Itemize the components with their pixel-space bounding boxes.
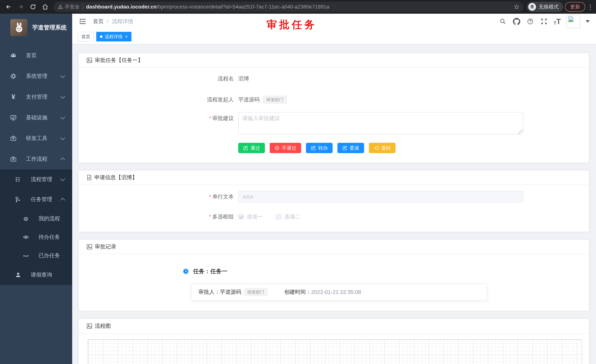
checkbox-label: 选项二 (284, 213, 300, 220)
sidebar-item-workflow[interactable]: 工作流程 (0, 149, 72, 169)
tab-label: 首页 (82, 34, 90, 40)
toolbox-icon (9, 156, 17, 163)
avatar-caret-icon[interactable] (586, 20, 590, 23)
card-title: 审批记录 (95, 243, 116, 250)
initiator-value: 芋道源码 研发部门 (238, 96, 287, 104)
header-actions: TT (499, 15, 590, 28)
timeline-item: 任务：任务一 (183, 268, 589, 275)
card-header: 流程图 (79, 319, 589, 334)
card-header: 审批记录 (79, 240, 589, 254)
browser-menu-icon[interactable]: ⋮ (587, 3, 593, 11)
card-title: 流程图 (95, 322, 111, 330)
sidebar-item-label: 流程管理 (31, 176, 52, 183)
sidebar-item-leave-query[interactable]: 请假查询 (0, 265, 72, 285)
sidebar-item-payment[interactable]: ¥ 支付管理 (0, 87, 72, 107)
sidebar-menu: 首页 系统管理 ¥ 支付管理 基础设施 研发工具 (0, 45, 72, 285)
initiator-label: 流程发起人 (79, 96, 238, 103)
delegate-button[interactable]: 委派 (337, 143, 364, 153)
bookmark-star-icon[interactable] (514, 4, 519, 10)
gear-icon (9, 73, 17, 80)
incognito-badge: 无痕模式 (527, 2, 563, 12)
create-time-value: 2022-01-21 22:35:08 (311, 289, 361, 295)
fullscreen-icon[interactable] (540, 17, 548, 26)
sidebar-item-label: 工作流程 (26, 155, 47, 163)
initiator-name: 芋道源码 (238, 96, 260, 103)
checkbox-option-2: 选项二 (276, 213, 300, 220)
sidebar-item-label: 已办任务 (38, 252, 60, 259)
eye-closed-icon (22, 252, 30, 259)
home-icon[interactable] (40, 2, 50, 12)
sidebar-item-label: 任务管理 (31, 196, 52, 203)
sidebar-item-devtools[interactable]: 研发工具 (0, 128, 72, 149)
picture-icon (86, 57, 93, 63)
picture-icon (86, 244, 93, 250)
single-text-label: 单行文本 (79, 193, 238, 201)
sidebar-item-label: 研发工具 (26, 135, 47, 142)
process-name-label: 流程名 (79, 75, 238, 82)
card-body: 流程名 滔博 流程发起人 芋道源码 研发部门 审批建议 (79, 68, 589, 162)
font-size-icon[interactable]: TT (554, 17, 561, 26)
red-annotation: 审批任务 (267, 18, 317, 32)
process-diagram-card: 流程图 (78, 319, 589, 364)
tab-close-icon[interactable]: × (125, 34, 128, 39)
hamburger-icon[interactable] (78, 17, 87, 26)
url-path: /bpm/process-instance/detail?id=54aa251f… (156, 4, 329, 10)
yen-icon: ¥ (9, 93, 17, 101)
github-icon[interactable] (513, 17, 521, 26)
sidebar-item-system[interactable]: 系统管理 (0, 66, 72, 87)
sidebar-item-process-mgmt[interactable]: 流程管理 (0, 169, 72, 189)
sidebar-item-infra[interactable]: 基础设施 (0, 107, 72, 128)
return-button[interactable]: 退回 (369, 143, 395, 153)
sidebar-item-task-mgmt[interactable]: 任务管理 (0, 189, 72, 209)
address-bar[interactable]: 不安全 dashboard.yudao.iocoder.cn/bpm/proce… (54, 2, 523, 12)
robot-icon (22, 215, 30, 222)
search-icon[interactable] (499, 17, 507, 26)
card-header: 审批任务【任务一】 (79, 53, 589, 68)
sidebar-item-todo-tasks[interactable]: 待办任务 (0, 228, 72, 246)
broken-image-icon (567, 15, 574, 23)
active-dot-icon (100, 35, 103, 38)
back-icon[interactable] (3, 2, 14, 12)
sidebar-logo-row[interactable]: 芋道管理系统 (0, 14, 72, 41)
dashboard-icon (9, 52, 17, 59)
incognito-label: 无痕模式 (539, 4, 559, 10)
button-label: 转办 (318, 145, 328, 151)
tab-process-detail[interactable]: 流程详情 × (96, 32, 131, 41)
sidebar-item-label: 支付管理 (26, 93, 47, 101)
reload-icon[interactable] (28, 2, 38, 12)
suggestion-textarea[interactable] (238, 112, 523, 135)
url-domain: dashboard.yudao.iocoder.cn (86, 4, 156, 10)
sidebar-item-done-tasks[interactable]: 已办任务 (0, 246, 72, 265)
transfer-button[interactable]: 转办 (306, 143, 333, 153)
avatar[interactable] (566, 15, 580, 28)
approve-button[interactable]: 通过 (238, 143, 265, 153)
undo-icon (374, 145, 379, 151)
approver-dept-tag: 研发部门 (244, 288, 268, 296)
clock-icon (183, 268, 189, 275)
sidebar-item-my-process[interactable]: 我的流程 (0, 209, 72, 228)
breadcrumb-home[interactable]: 首页 (93, 18, 104, 25)
tag-view-bar: 首页 流程详情 × (72, 29, 596, 44)
bpmn-canvas[interactable] (88, 339, 582, 364)
card-title: 审批任务【任务一】 (95, 57, 143, 64)
single-text-input (238, 191, 523, 203)
button-label: 委派 (350, 145, 359, 151)
browser-update-button[interactable]: 更新 (565, 2, 585, 12)
tab-label: 流程详情 (105, 34, 123, 40)
button-label: 退回 (381, 145, 391, 151)
warning-icon (58, 4, 63, 9)
help-icon[interactable] (526, 17, 534, 26)
reject-button[interactable]: 不通过 (270, 143, 301, 153)
edit-icon (342, 145, 347, 151)
chevron-up-icon (60, 198, 65, 202)
sidebar-item-label: 我的流程 (38, 215, 60, 222)
tab-home[interactable]: 首页 (78, 32, 94, 41)
omnibox-divider (83, 4, 83, 10)
page-content: 审批任务【任务一】 流程名 滔博 流程发起人 芋道源码 研发部门 (72, 44, 596, 364)
card-header: 申请信息【滔博】 (79, 171, 589, 185)
sidebar-item-home[interactable]: 首页 (0, 45, 72, 66)
forward-icon[interactable] (15, 2, 26, 12)
sidebar: 芋道管理系统 首页 系统管理 ¥ 支付管理 基础设施 (0, 14, 72, 364)
app-header: 首页 / 流程详情 审批任务 TT (72, 14, 596, 29)
tree-list-icon (14, 176, 22, 183)
